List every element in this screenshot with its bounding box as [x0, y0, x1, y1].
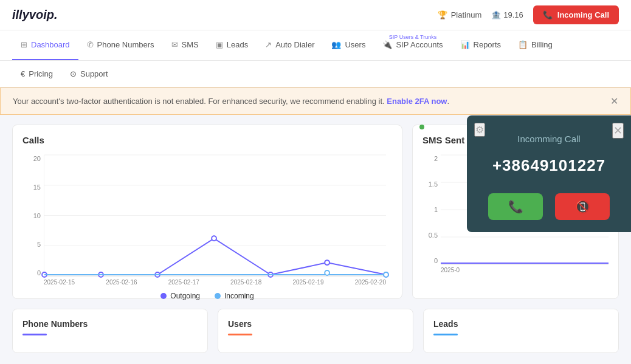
y-label-0: 0	[22, 269, 41, 276]
credit-value: 19.16	[503, 10, 523, 19]
nav-billing-label: Billing	[531, 40, 553, 49]
svg-point-10	[325, 260, 329, 265]
phone-icon: 📞	[543, 10, 553, 19]
modal-actions: 📞 📵	[479, 193, 619, 220]
users-card: Users	[218, 309, 413, 353]
outgoing-legend-dot	[160, 293, 167, 299]
users-line	[228, 334, 252, 335]
sms-y-axis: 2 1.5 1 0.5 0	[422, 155, 438, 264]
nav-item-auto-dialer[interactable]: ↗ Auto Dialer	[257, 30, 323, 60]
auto-dialer-icon: ↗	[265, 40, 272, 49]
sms-y-2: 2	[422, 155, 438, 162]
nav-item-support[interactable]: ⊙ Support	[61, 61, 117, 87]
nav-pricing-label: Pricing	[29, 69, 53, 78]
nav-users-label: Users	[345, 40, 365, 49]
svg-point-12	[325, 270, 329, 275]
leads-icon: ▣	[216, 40, 223, 49]
calls-chart-svg	[44, 155, 386, 276]
credit-info: 🏦 19.16	[491, 10, 523, 19]
alert-close-button[interactable]: ✕	[610, 95, 618, 107]
nav-item-sip-accounts[interactable]: SIP Users & Trunks 🔌 SIP Accounts	[374, 30, 451, 60]
chart-legend: Outgoing Incoming	[22, 292, 392, 300]
nav-sip-label: SIP Accounts	[396, 40, 443, 49]
nav-item-phone-numbers[interactable]: ✆ Phone Numbers	[78, 30, 163, 60]
nav-sms-label: SMS	[182, 40, 199, 49]
modal-close-button[interactable]: ✕	[612, 123, 624, 139]
calls-y-axis: 20 15 10 5 0	[22, 155, 41, 276]
incoming-call-button[interactable]: 📞 Incoming Call	[533, 5, 619, 24]
credit-icon: 🏦	[491, 10, 501, 19]
modal-gear-button[interactable]: ⚙	[474, 123, 485, 137]
y-label-5: 5	[22, 241, 41, 248]
incoming-legend-label: Incoming	[224, 292, 254, 300]
modal-title: Incomming Call	[479, 134, 619, 144]
secondary-nav: € Pricing ⊙ Support	[0, 61, 631, 88]
incoming-call-modal: ⚙ ✕ Incomming Call +38649101227 📞 📵	[467, 115, 631, 232]
reports-icon: 📊	[460, 40, 470, 49]
x-label-5: 2025-02-19	[292, 279, 323, 286]
nav-support-label: Support	[80, 69, 108, 78]
leads-card-title: Leads	[433, 319, 609, 329]
alert-banner: Your account's two-factor authentication…	[0, 88, 631, 115]
calls-chart-area	[44, 155, 386, 276]
decline-call-button[interactable]: 📵	[555, 193, 610, 220]
nav-item-dashboard[interactable]: ⊞ Dashboard	[12, 30, 78, 60]
outgoing-legend-label: Outgoing	[170, 292, 200, 300]
svg-point-8	[212, 236, 216, 241]
y-label-15: 15	[22, 184, 41, 191]
incoming-call-label: Incoming Call	[557, 10, 609, 19]
billing-icon: 📋	[518, 40, 528, 49]
nav-item-reports[interactable]: 📊 Reports	[452, 30, 510, 60]
sms-y-0: 0	[422, 257, 438, 264]
legend-incoming: Incoming	[215, 292, 254, 300]
x-label-4: 2025-02-18	[230, 279, 261, 286]
sip-badge: SIP Users & Trunks	[389, 34, 436, 40]
bottom-row: Phone Numbers Users Leads	[12, 309, 619, 353]
support-icon: ⊙	[70, 69, 77, 78]
phone-numbers-icon: ✆	[87, 40, 94, 49]
nav-dashboard-label: Dashboard	[31, 40, 70, 49]
calls-chart-title: Calls	[22, 135, 392, 145]
leads-line	[433, 334, 458, 335]
modal-phone-number: +38649101227	[479, 156, 619, 175]
sip-icon: 🔌	[382, 40, 392, 49]
plan-label: Platinum	[451, 10, 482, 19]
pricing-icon: €	[21, 69, 25, 78]
svg-point-13	[384, 272, 388, 277]
y-label-10: 10	[22, 212, 41, 219]
phone-numbers-card-title: Phone Numbers	[22, 319, 198, 329]
alert-text: Your account's two-factor authentication…	[13, 97, 449, 106]
users-icon: 👥	[331, 40, 341, 49]
sms-y-0-5: 0.5	[422, 232, 438, 239]
calls-chart-container: 20 15 10 5 0	[22, 155, 392, 289]
nav-item-billing[interactable]: 📋 Billing	[509, 30, 561, 60]
sms-y-1: 1	[422, 206, 438, 213]
plan-icon: 🏆	[438, 10, 447, 19]
nav-item-pricing[interactable]: € Pricing	[12, 61, 61, 87]
nav-item-leads[interactable]: ▣ Leads	[207, 30, 257, 60]
phone-numbers-card: Phone Numbers	[12, 309, 208, 353]
nav-item-users[interactable]: 👥 Users	[323, 30, 374, 60]
calls-card: Calls 20 15 10 5 0	[12, 125, 402, 299]
accept-call-button[interactable]: 📞	[488, 193, 543, 220]
nav-reports-label: Reports	[474, 40, 502, 49]
nav-phone-numbers-label: Phone Numbers	[97, 40, 154, 49]
nav-item-sms[interactable]: ✉ SMS	[163, 30, 207, 60]
header-right: 🏆 Platinum 🏦 19.16 📞 Incoming Call	[438, 5, 619, 24]
x-label-3: 2025-02-17	[168, 279, 199, 286]
accept-icon: 📞	[508, 199, 523, 214]
dashboard-icon: ⊞	[21, 40, 27, 49]
x-label-2: 2025-02-16	[106, 279, 137, 286]
header: illyvoip. 🏆 Platinum 🏦 19.16 📞 Incoming …	[0, 0, 631, 30]
sms-x-label: 2025-0	[441, 267, 609, 273]
leads-card: Leads	[423, 309, 619, 353]
enable-2fa-link[interactable]: Enable 2FA now	[387, 97, 447, 106]
legend-outgoing: Outgoing	[160, 292, 200, 300]
users-card-title: Users	[228, 319, 403, 329]
incoming-legend-dot	[215, 293, 221, 299]
sms-icon: ✉	[171, 40, 178, 49]
x-label-6: 2025-02-20	[355, 279, 386, 286]
nav-auto-dialer-label: Auto Dialer	[275, 40, 314, 49]
plan-badge: 🏆 Platinum	[438, 10, 482, 19]
phone-numbers-line	[22, 334, 47, 335]
